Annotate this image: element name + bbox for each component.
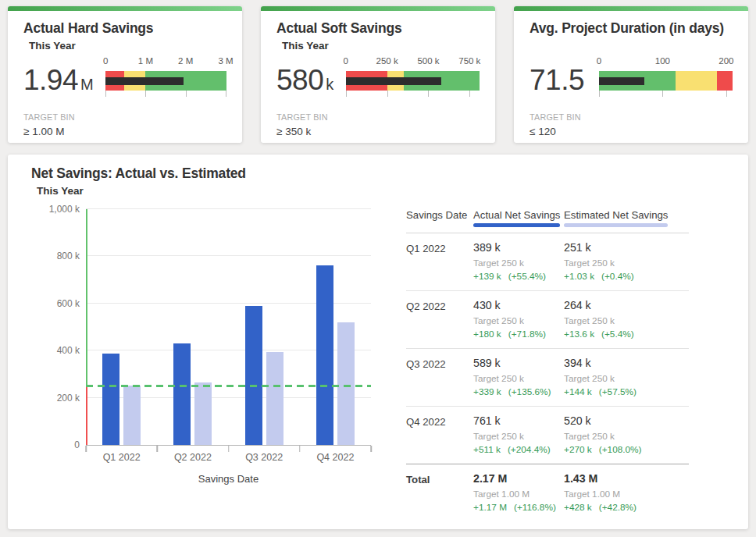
bullet-range-red — [717, 71, 733, 91]
table-row-q1-2022[interactable]: Q1 2022389 kTarget 250 k+139 k(+55.4%)25… — [406, 233, 689, 291]
dashboard-page: Actual Hard Savings This Year 1.94M 01 M… — [0, 0, 756, 537]
table-row-total[interactable]: Total2.17 MTarget 1.00 M+1.17 M(+116.8%)… — [406, 464, 689, 521]
net-savings-panel: Net Savings: Actual vs. Estimated This Y… — [8, 155, 748, 529]
actual-value: 589 k — [473, 357, 564, 369]
kpi-card-soft-savings: Actual Soft Savings This Year 580k 0250 … — [261, 6, 495, 143]
bar-actual-q4-2022[interactable] — [316, 265, 333, 445]
bar-estimated-q3-2022[interactable] — [266, 352, 284, 445]
savings-date-cell: Total — [406, 472, 473, 513]
y-axis-label: 200 k — [57, 393, 80, 404]
actual-cell: 589 kTarget 250 k+339 k(+135.6%) — [473, 357, 564, 397]
actual-cell: 430 kTarget 250 k+180 k(+71.8%) — [473, 299, 564, 340]
bullet-axis-label: 250 k — [376, 56, 398, 66]
delta-percent: (+108.0%) — [599, 444, 642, 455]
bar-actual-q3-2022[interactable] — [245, 306, 262, 445]
column-header-savings-date[interactable]: Savings Date — [406, 209, 473, 227]
actual-value: 761 k — [473, 414, 564, 427]
estimated-value: 251 k — [564, 241, 689, 254]
bar-estimated-q1-2022[interactable] — [123, 386, 141, 445]
kpi-title: Actual Soft Savings — [276, 20, 480, 37]
delta-value: +511 k — [473, 444, 501, 455]
bullet-axis-label: 0 — [344, 56, 348, 66]
bullet-axis-tick — [599, 91, 600, 97]
savings-date-cell: Q3 2022 — [406, 357, 473, 397]
table-header-row: Savings Date Actual Net Savings Estimate… — [406, 209, 689, 233]
kpi-subtitle: This Year — [282, 40, 480, 53]
actual-delta: +511 k(+204.4%) — [473, 444, 564, 455]
delta-percent: (+71.8%) — [508, 329, 546, 340]
table-row-q2-2022[interactable]: Q2 2022430 kTarget 250 k+180 k(+71.8%)26… — [406, 291, 689, 349]
bullet-range-yellow — [676, 71, 717, 91]
delta-percent: (+42.8%) — [599, 502, 637, 513]
x-axis-label: Q1 2022 — [103, 452, 141, 463]
estimated-delta: +13.6 k(+5.4%) — [564, 329, 689, 340]
delta-value: +270 k — [564, 444, 592, 455]
target-bin-label: TARGET BIN — [23, 112, 226, 122]
bar-estimated-q2-2022[interactable] — [194, 382, 212, 445]
y-axis-label: 400 k — [57, 345, 80, 356]
actual-value: 389 k — [473, 241, 564, 254]
bullet-axis-label: 1 M — [138, 56, 153, 66]
estimated-value: 520 k — [564, 414, 689, 427]
bullet-axis-tick — [145, 91, 146, 97]
actual-value: 2.17 M — [473, 472, 564, 485]
delta-value: +1.17 M — [473, 502, 507, 513]
kpi-row: Actual Hard Savings This Year 1.94M 01 M… — [8, 6, 748, 143]
actual-target: Target 250 k — [473, 315, 564, 326]
column-header-estimated[interactable]: Estimated Net Savings — [564, 209, 689, 227]
kpi-title: Avg. Project Duration (in days) — [530, 20, 733, 37]
bar-actual-q1-2022[interactable] — [102, 354, 119, 445]
delta-percent: (+5.4%) — [601, 329, 634, 340]
bullet-axis-tick — [105, 91, 106, 97]
target-bin-label: TARGET BIN — [276, 112, 480, 122]
estimated-target: Target 250 k — [564, 431, 689, 442]
kpi-value: 71.5 — [530, 64, 587, 106]
bullet-axis-label: 200 — [719, 56, 733, 66]
actual-target: Target 250 k — [473, 258, 564, 268]
x-axis-title: Savings Date — [86, 473, 371, 485]
category-q3-2022 — [229, 209, 300, 445]
kpi-subtitle: This Year — [29, 40, 226, 53]
estimated-target: Target 250 k — [564, 373, 689, 384]
bar-estimated-q4-2022[interactable] — [337, 322, 355, 445]
kpi-title: Actual Hard Savings — [23, 20, 226, 37]
actual-target: Target 250 k — [473, 431, 564, 442]
bullet-axis-tick — [662, 91, 663, 97]
estimated-cell: 264 kTarget 250 k+13.6 k(+5.4%) — [564, 299, 689, 340]
estimated-cell: 520 kTarget 250 k+270 k(+108.0%) — [564, 414, 689, 455]
actual-delta: +139 k(+55.4%) — [473, 271, 564, 282]
estimated-value: 394 k — [564, 357, 689, 369]
bullet-axis-tick — [226, 91, 226, 97]
bullet-chart-soft-savings: 0250 k500 k750 k — [346, 56, 480, 106]
delta-value: +139 k — [473, 271, 501, 282]
bar-actual-q2-2022[interactable] — [173, 343, 191, 445]
category-q2-2022 — [157, 209, 228, 445]
category-q1-2022 — [86, 209, 157, 445]
delta-value: +13.6 k — [564, 329, 594, 340]
delta-value: +180 k — [473, 329, 501, 340]
kpi-value: 580k — [276, 64, 333, 106]
bullet-axis-tick — [387, 91, 388, 97]
bullet-axis-label: 500 k — [417, 56, 439, 66]
table-row-q3-2022[interactable]: Q3 2022589 kTarget 250 k+339 k(+135.6%)3… — [406, 349, 689, 407]
estimated-cell: 394 kTarget 250 k+144 k(+57.5%) — [564, 357, 689, 397]
estimated-value: 1.43 M — [564, 472, 689, 485]
bullet-axis-tick — [186, 91, 187, 97]
delta-percent: (+135.6%) — [508, 386, 551, 397]
bullet-axis-tick — [726, 91, 727, 97]
x-axis: Q1 2022Q2 2022Q3 2022Q4 2022 — [86, 445, 371, 465]
estimated-target: Target 1.00 M — [564, 489, 689, 500]
actual-value: 430 k — [473, 299, 564, 311]
bullet-chart-project-duration: 0100200 — [599, 56, 733, 106]
bullet-measure-bar — [346, 77, 442, 85]
actual-legend-underline — [473, 223, 560, 227]
estimated-cell: 1.43 MTarget 1.00 M+428 k(+42.8%) — [564, 472, 689, 513]
estimated-delta: +144 k(+57.5%) — [564, 386, 689, 397]
kpi-value: 1.94M — [23, 64, 93, 106]
panel-title: Net Savings: Actual vs. Estimated — [31, 165, 733, 182]
actual-delta: +1.17 M(+116.8%) — [473, 502, 564, 513]
kpi-subtitle — [535, 40, 733, 53]
estimated-value: 264 k — [564, 299, 689, 311]
table-row-q4-2022[interactable]: Q4 2022761 kTarget 250 k+511 k(+204.4%)5… — [406, 407, 689, 464]
column-header-actual[interactable]: Actual Net Savings — [473, 209, 564, 227]
